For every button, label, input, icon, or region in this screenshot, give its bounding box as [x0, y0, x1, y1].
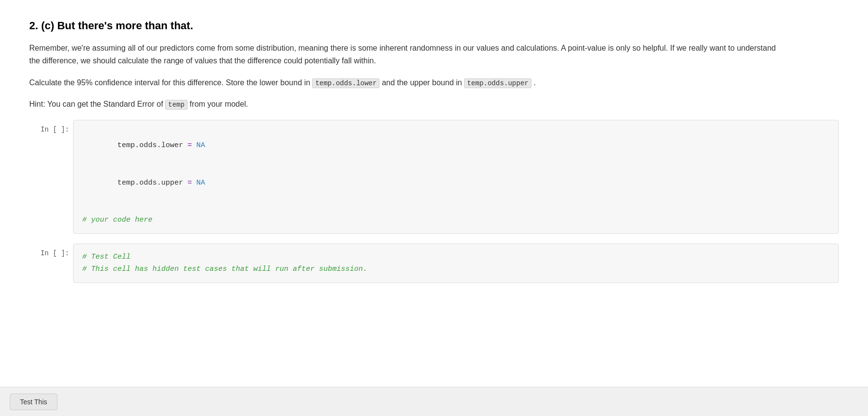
paragraph-1: Remember, we're assuming all of our pred… [29, 42, 784, 68]
p2-mid: and the upper bound in [382, 78, 462, 87]
p2-suffix: . [533, 78, 535, 87]
cell-1-line-1: temp.odds.lower = NA [82, 127, 830, 165]
cell-1-var-1: temp.odds.lower [117, 141, 183, 150]
cell-1-comment: # your code here [82, 214, 830, 227]
page-container: 2. (c) But there's more than that. Remem… [0, 0, 868, 416]
notebook-cell-1: In [ ]: temp.odds.lower = NA temp.odds.u… [29, 120, 839, 234]
p2-code1: temp.odds.lower [312, 78, 379, 88]
test-this-button[interactable]: Test This [10, 394, 57, 410]
bottom-bar: Test This [0, 387, 868, 416]
paragraph-3: Hint: You can get the Standard Error of … [29, 98, 784, 111]
cell-1-line-2: temp.odds.upper = NA [82, 164, 830, 202]
p3-prefix: Hint: You can get the Standard Error of [29, 100, 163, 108]
cell-2-label: In [ ]: [29, 244, 73, 257]
p2-code2: temp.odds.upper [464, 78, 531, 88]
notebook-cell-2: In [ ]: # Test Cell # This cell has hidd… [29, 244, 839, 283]
p3-code: temp [165, 100, 188, 110]
p2-prefix: Calculate the 95% confidence interval fo… [29, 78, 310, 87]
section-heading: 2. (c) But there's more than that. [29, 19, 839, 32]
cell-1-blank [82, 202, 830, 214]
p3-suffix: from your model. [189, 100, 248, 108]
cell-1-var-2: temp.odds.upper [117, 179, 183, 187]
cell-2-line-2: # This cell has hidden test cases that w… [82, 263, 830, 276]
cell-2-line-1: # Test Cell [82, 251, 830, 264]
paragraph-2: Calculate the 95% confidence interval fo… [29, 76, 784, 89]
cell-2-content[interactable]: # Test Cell # This cell has hidden test … [73, 244, 839, 283]
cell-1-label: In [ ]: [29, 120, 73, 133]
cell-1-content[interactable]: temp.odds.lower = NA temp.odds.upper = N… [73, 120, 839, 234]
